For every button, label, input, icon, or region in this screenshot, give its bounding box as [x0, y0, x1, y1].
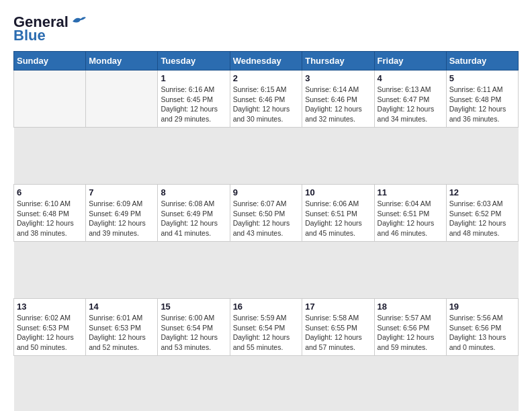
day-number: 1	[161, 73, 226, 83]
calendar-day-cell: 15Sunrise: 6:00 AM Sunset: 6:54 PM Dayli…	[158, 299, 230, 356]
logo-blue: Blue	[13, 27, 46, 44]
calendar-day-cell: 18Sunrise: 5:57 AM Sunset: 6:56 PM Dayli…	[374, 299, 446, 356]
calendar-week-row-3: 13Sunrise: 6:02 AM Sunset: 6:53 PM Dayli…	[14, 299, 519, 356]
day-number: 5	[449, 73, 515, 83]
week-divider-cell	[14, 356, 519, 412]
day-number: 3	[305, 73, 371, 83]
day-number: 8	[161, 187, 226, 197]
day-number: 19	[449, 302, 515, 312]
week-divider	[14, 356, 519, 412]
weekday-header-row: SundayMondayTuesdayWednesdayThursdayFrid…	[14, 52, 519, 71]
day-info: Sunrise: 5:58 AM Sunset: 6:55 PM Dayligh…	[305, 313, 371, 353]
weekday-header-tuesday: Tuesday	[158, 52, 230, 71]
calendar-week-row-2: 6Sunrise: 6:10 AM Sunset: 6:48 PM Daylig…	[14, 185, 519, 242]
logo: General Blue	[13, 13, 86, 44]
weekday-header-thursday: Thursday	[302, 52, 374, 71]
weekday-header-friday: Friday	[374, 52, 446, 71]
calendar-day-cell: 17Sunrise: 5:58 AM Sunset: 6:55 PM Dayli…	[302, 299, 374, 356]
calendar-day-cell: 14Sunrise: 6:01 AM Sunset: 6:53 PM Dayli…	[86, 299, 158, 356]
day-info: Sunrise: 6:14 AM Sunset: 6:46 PM Dayligh…	[305, 85, 371, 124]
day-number: 12	[449, 187, 515, 197]
calendar-day-cell: 5Sunrise: 6:11 AM Sunset: 6:48 PM Daylig…	[446, 71, 518, 128]
day-info: Sunrise: 6:10 AM Sunset: 6:48 PM Dayligh…	[17, 199, 83, 238]
logo-bird-icon	[71, 15, 86, 27]
day-number: 11	[378, 187, 443, 197]
calendar-day-cell: 10Sunrise: 6:06 AM Sunset: 6:51 PM Dayli…	[302, 185, 374, 242]
day-info: Sunrise: 6:07 AM Sunset: 6:50 PM Dayligh…	[233, 199, 300, 238]
day-number: 14	[89, 302, 154, 312]
page-header: General Blue	[13, 13, 519, 44]
calendar-day-cell: 1Sunrise: 6:16 AM Sunset: 6:45 PM Daylig…	[158, 71, 230, 128]
week-divider	[14, 128, 519, 185]
day-info: Sunrise: 5:57 AM Sunset: 6:56 PM Dayligh…	[378, 313, 443, 353]
weekday-header-sunday: Sunday	[14, 52, 86, 71]
day-info: Sunrise: 6:13 AM Sunset: 6:47 PM Dayligh…	[378, 85, 443, 124]
calendar-day-cell: 7Sunrise: 6:09 AM Sunset: 6:49 PM Daylig…	[86, 185, 158, 242]
day-info: Sunrise: 6:04 AM Sunset: 6:51 PM Dayligh…	[378, 199, 443, 238]
calendar-day-cell: 4Sunrise: 6:13 AM Sunset: 6:47 PM Daylig…	[374, 71, 446, 128]
day-info: Sunrise: 6:06 AM Sunset: 6:51 PM Dayligh…	[305, 199, 371, 238]
weekday-header-saturday: Saturday	[446, 52, 518, 71]
day-info: Sunrise: 6:02 AM Sunset: 6:53 PM Dayligh…	[17, 313, 83, 353]
day-number: 13	[17, 302, 83, 312]
day-info: Sunrise: 5:56 AM Sunset: 6:56 PM Dayligh…	[449, 313, 515, 353]
calendar-week-row-1: 1Sunrise: 6:16 AM Sunset: 6:45 PM Daylig…	[14, 71, 519, 128]
day-number: 18	[378, 302, 443, 312]
day-number: 4	[378, 73, 443, 83]
day-number: 16	[233, 302, 300, 312]
day-info: Sunrise: 5:59 AM Sunset: 6:54 PM Dayligh…	[233, 313, 300, 353]
week-divider-cell	[14, 242, 519, 299]
day-number: 17	[305, 302, 371, 312]
day-info: Sunrise: 6:00 AM Sunset: 6:54 PM Dayligh…	[161, 313, 226, 353]
calendar-day-cell: 13Sunrise: 6:02 AM Sunset: 6:53 PM Dayli…	[14, 299, 86, 356]
day-number: 9	[233, 187, 300, 197]
calendar-table: SundayMondayTuesdayWednesdayThursdayFrid…	[13, 51, 519, 411]
day-info: Sunrise: 6:01 AM Sunset: 6:53 PM Dayligh…	[89, 313, 154, 353]
calendar-day-cell: 11Sunrise: 6:04 AM Sunset: 6:51 PM Dayli…	[374, 185, 446, 242]
day-info: Sunrise: 6:08 AM Sunset: 6:49 PM Dayligh…	[161, 199, 226, 238]
calendar-day-cell: 2Sunrise: 6:15 AM Sunset: 6:46 PM Daylig…	[230, 71, 302, 128]
calendar-day-cell: 6Sunrise: 6:10 AM Sunset: 6:48 PM Daylig…	[14, 185, 86, 242]
week-divider	[14, 242, 519, 299]
day-number: 6	[17, 187, 83, 197]
day-number: 15	[161, 302, 226, 312]
day-info: Sunrise: 6:15 AM Sunset: 6:46 PM Dayligh…	[233, 85, 300, 124]
day-number: 10	[305, 187, 371, 197]
week-divider-cell	[14, 128, 519, 185]
calendar-day-cell: 19Sunrise: 5:56 AM Sunset: 6:56 PM Dayli…	[446, 299, 518, 356]
calendar-day-cell: 12Sunrise: 6:03 AM Sunset: 6:52 PM Dayli…	[446, 185, 518, 242]
weekday-header-monday: Monday	[86, 52, 158, 71]
weekday-header-wednesday: Wednesday	[230, 52, 302, 71]
calendar-day-cell: 8Sunrise: 6:08 AM Sunset: 6:49 PM Daylig…	[158, 185, 230, 242]
day-info: Sunrise: 6:16 AM Sunset: 6:45 PM Dayligh…	[161, 85, 226, 124]
day-info: Sunrise: 6:11 AM Sunset: 6:48 PM Dayligh…	[449, 85, 515, 124]
calendar-day-cell	[86, 71, 158, 128]
calendar-body: 1Sunrise: 6:16 AM Sunset: 6:45 PM Daylig…	[14, 71, 519, 412]
day-number: 7	[89, 187, 154, 197]
calendar-header: SundayMondayTuesdayWednesdayThursdayFrid…	[14, 52, 519, 71]
day-info: Sunrise: 6:03 AM Sunset: 6:52 PM Dayligh…	[449, 199, 515, 238]
calendar-day-cell: 9Sunrise: 6:07 AM Sunset: 6:50 PM Daylig…	[230, 185, 302, 242]
calendar-day-cell: 3Sunrise: 6:14 AM Sunset: 6:46 PM Daylig…	[302, 71, 374, 128]
day-info: Sunrise: 6:09 AM Sunset: 6:49 PM Dayligh…	[89, 199, 154, 238]
calendar-day-cell	[14, 71, 86, 128]
calendar-day-cell: 16Sunrise: 5:59 AM Sunset: 6:54 PM Dayli…	[230, 299, 302, 356]
day-number: 2	[233, 73, 300, 83]
